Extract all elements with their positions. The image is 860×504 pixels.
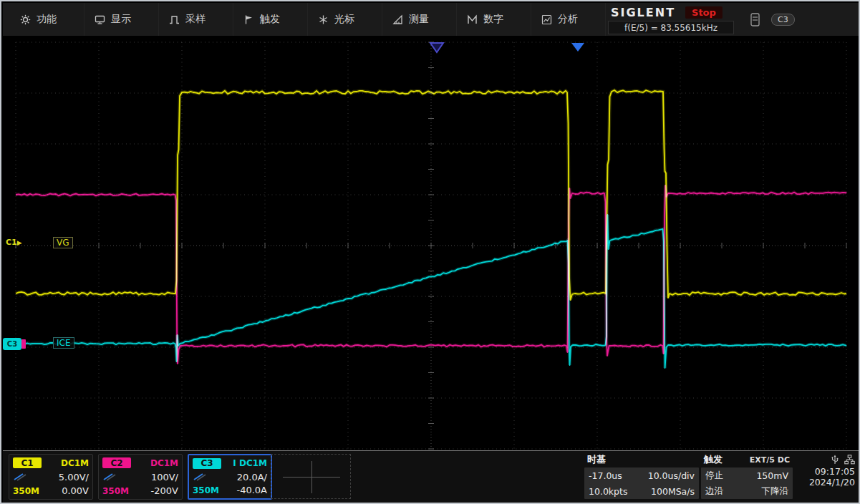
delay-reference-marker[interactable] (430, 43, 443, 52)
c2-offset-marker[interactable] (21, 339, 26, 349)
oscilloscope-screen: 功能 显示 采样 触发 (0, 0, 860, 504)
right-arrow-icon: ▶ (17, 239, 22, 246)
trigger-position-marker[interactable] (571, 43, 584, 52)
c1-marker-text: C1 (6, 238, 17, 247)
c3-custom-label[interactable]: ICE (53, 337, 74, 349)
c1-offset-marker[interactable]: C1▶ (6, 238, 22, 247)
waveform-display (1, 1, 860, 504)
c3-offset-marker[interactable]: C3 (3, 338, 21, 350)
c1-custom-label[interactable]: VG (53, 237, 73, 248)
